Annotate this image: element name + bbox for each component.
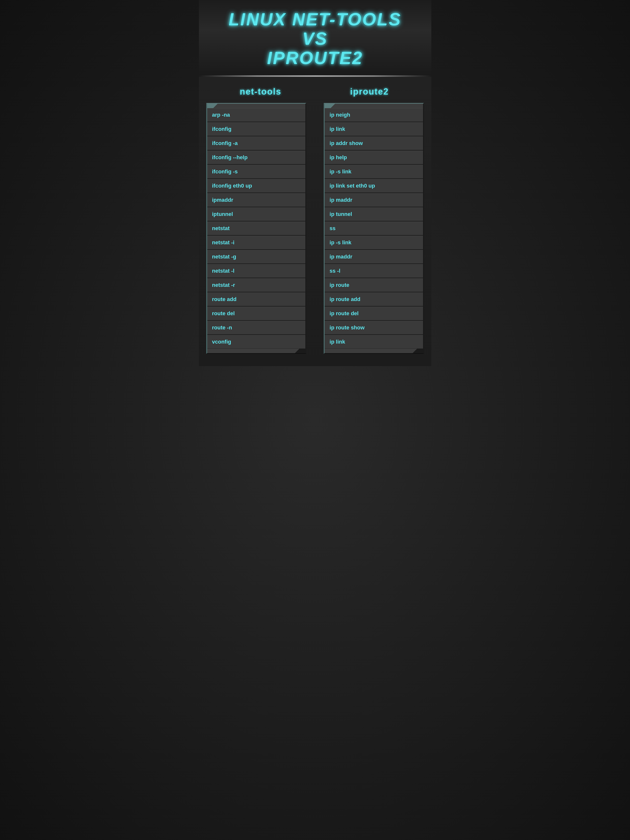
iproute2-cell: ss -l	[324, 264, 423, 278]
nettools-cell: route -n	[207, 321, 306, 335]
iproute2-cell: ip link	[324, 335, 423, 349]
header: LINUX NET-TOOLS VS IPROUTE2	[199, 0, 431, 75]
table-row: ip link	[324, 122, 423, 136]
title-line3: IPROUTE2	[267, 48, 363, 68]
nettools-cell: ifconfig -a	[207, 136, 306, 150]
column-headers: net-tools iproute2	[206, 87, 424, 97]
title-line1: LINUX NET-TOOLS	[228, 9, 402, 29]
nettools-top-shape	[207, 104, 306, 108]
table-row: ip route show	[324, 321, 423, 335]
table-row: ip maddr	[324, 250, 423, 264]
table-row: iptunnel	[207, 207, 306, 221]
comparison-table: arp -naifconfigifconfig -aifconfig --hel…	[206, 103, 424, 354]
nettools-cell: ifconfig eth0 up	[207, 179, 306, 193]
table-row: netstat -i	[207, 236, 306, 250]
iproute2-cell: ip maddr	[324, 250, 423, 264]
nettools-cell: arp -na	[207, 108, 306, 122]
table-row: ipmaddr	[207, 193, 306, 207]
table-row: ip route	[324, 278, 423, 292]
nettools-column: arp -naifconfigifconfig -aifconfig --hel…	[206, 103, 306, 354]
iproute2-cell: ip help	[324, 151, 423, 164]
table-row: route -n	[207, 321, 306, 335]
page: LINUX NET-TOOLS VS IPROUTE2 net-tools ip…	[199, 0, 431, 366]
iproute2-cell: ss	[324, 221, 423, 235]
table-row: netstat -g	[207, 250, 306, 264]
table-row: route del	[207, 307, 306, 321]
table-row: ifconfig -a	[207, 136, 306, 151]
iproute2-header: iproute2	[320, 87, 419, 97]
table-row: ss	[324, 221, 423, 236]
nettools-cell: route del	[207, 307, 306, 321]
nettools-panel: arp -naifconfigifconfig -aifconfig --hel…	[206, 103, 306, 354]
table-row: ip link	[324, 335, 423, 349]
table-row: ifconfig	[207, 122, 306, 136]
table-row: ip -s link	[324, 165, 423, 179]
title-line2: VS	[302, 29, 328, 49]
table-row: netstat -r	[207, 278, 306, 292]
table-row: route add	[207, 292, 306, 307]
table-row: vconfig	[207, 335, 306, 349]
iproute2-cell: ip route show	[324, 321, 423, 335]
nettools-cell: netstat	[207, 221, 306, 235]
iproute2-cell: ip route del	[324, 307, 423, 321]
iproute2-panel: ip neighip linkip addr showip helpip -s …	[324, 103, 424, 354]
iproute2-cell: ip addr show	[324, 136, 423, 150]
iproute2-cell: ip neigh	[324, 108, 423, 122]
nettools-header: net-tools	[212, 87, 310, 97]
table-row: ip link set eth0 up	[324, 179, 423, 193]
nettools-cell: ipmaddr	[207, 193, 306, 207]
nettools-cell: iptunnel	[207, 207, 306, 221]
nettools-rows: arp -naifconfigifconfig -aifconfig --hel…	[207, 108, 306, 349]
table-row: ss -l	[324, 264, 423, 278]
iproute2-top-shape	[324, 104, 423, 108]
table-row: ifconfig -s	[207, 165, 306, 179]
iproute2-cell: ip -s link	[324, 165, 423, 178]
table-row: ip addr show	[324, 136, 423, 151]
table-row: arp -na	[207, 108, 306, 122]
nettools-cell: netstat -r	[207, 278, 306, 292]
table-row: ip route del	[324, 307, 423, 321]
table-row: ip neigh	[324, 108, 423, 122]
iproute2-bot-shape	[324, 349, 423, 353]
table-row: ifconfig eth0 up	[207, 179, 306, 193]
iproute2-cell: ip link	[324, 122, 423, 136]
table-row: ip tunnel	[324, 207, 423, 221]
nettools-cell: ifconfig --help	[207, 151, 306, 164]
table-row: ip route add	[324, 292, 423, 307]
iproute2-column: ip neighip linkip addr showip helpip -s …	[324, 103, 424, 354]
nettools-bot-shape	[207, 349, 306, 353]
iproute2-cell: ip maddr	[324, 193, 423, 207]
iproute2-cell: ip route add	[324, 292, 423, 306]
nettools-cell: netstat -l	[207, 264, 306, 278]
nettools-cell: route add	[207, 292, 306, 306]
table-row: ip help	[324, 151, 423, 165]
table-row: netstat	[207, 221, 306, 236]
iproute2-cell: ip route	[324, 278, 423, 292]
iproute2-cell: ip link set eth0 up	[324, 179, 423, 193]
nettools-cell: vconfig	[207, 335, 306, 349]
nettools-cell: netstat -i	[207, 236, 306, 249]
main-title: LINUX NET-TOOLS VS IPROUTE2	[204, 10, 426, 68]
table-row: netstat -l	[207, 264, 306, 278]
nettools-cell: netstat -g	[207, 250, 306, 264]
table-row: ip -s link	[324, 236, 423, 250]
nettools-cell: ifconfig	[207, 122, 306, 136]
table-row: ip maddr	[324, 193, 423, 207]
iproute2-rows: ip neighip linkip addr showip helpip -s …	[324, 108, 423, 349]
table-row: ifconfig --help	[207, 151, 306, 165]
iproute2-cell: ip tunnel	[324, 207, 423, 221]
content-area: net-tools iproute2 arp -naifconfigifconf…	[199, 77, 431, 366]
nettools-cell: ifconfig -s	[207, 165, 306, 178]
iproute2-cell: ip -s link	[324, 236, 423, 249]
